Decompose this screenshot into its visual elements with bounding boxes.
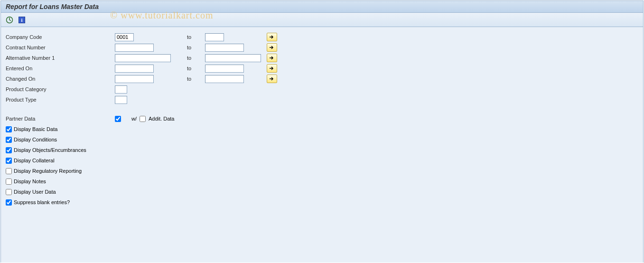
label-entered-on: Entered On	[5, 66, 115, 71]
alt-number-to-input[interactable]	[205, 54, 261, 62]
row-alt-number: Alternative Number 1 to	[5, 53, 639, 63]
row-company-code: Company Code to	[5, 32, 639, 42]
changed-on-from-input[interactable]	[115, 75, 154, 83]
addit-data-checkbox[interactable]	[140, 116, 146, 122]
w-label: w/	[131, 116, 137, 122]
product-type-input[interactable]	[115, 96, 127, 104]
row-product-category: Product Category	[5, 84, 639, 94]
row-contract-number: Contract Number to	[5, 42, 639, 53]
row-display-conditions: Display Conditions	[5, 134, 639, 145]
multiple-selection-button[interactable]	[267, 54, 277, 62]
display-objects-label: Display Objects/Encumbrances	[14, 147, 86, 153]
display-conditions-label: Display Conditions	[14, 137, 57, 142]
display-userdata-checkbox[interactable]	[6, 189, 12, 195]
suppress-blank-checkbox[interactable]	[6, 199, 12, 206]
row-display-collateral: Display Collateral	[5, 155, 639, 166]
info-icon[interactable]: i	[17, 15, 27, 25]
label-partner-data: Partner Data	[5, 116, 115, 122]
display-basic-checkbox[interactable]	[6, 126, 12, 132]
suppress-blank-label: Suppress blank entries?	[14, 199, 70, 205]
company-code-from-input[interactable]	[115, 33, 134, 41]
content-area: Company Code to Contract Number to Alter…	[1, 27, 643, 263]
display-objects-checkbox[interactable]	[6, 147, 12, 153]
to-label: to	[186, 76, 205, 82]
multiple-selection-button[interactable]	[267, 64, 277, 73]
changed-on-to-input[interactable]	[205, 75, 244, 83]
multiple-selection-button[interactable]	[267, 43, 277, 52]
row-suppress-blank: Suppress blank entries?	[5, 197, 639, 207]
row-display-objects: Display Objects/Encumbrances	[5, 145, 639, 155]
entered-on-to-input[interactable]	[205, 65, 244, 73]
contract-number-from-input[interactable]	[115, 44, 154, 52]
company-code-to-input[interactable]	[205, 33, 224, 41]
row-product-type: Product Type	[5, 94, 639, 105]
display-conditions-checkbox[interactable]	[6, 137, 12, 143]
row-display-regulatory: Display Regulatory Reporting	[5, 166, 639, 176]
execute-icon[interactable]	[5, 15, 14, 25]
to-label: to	[186, 45, 205, 50]
multiple-selection-button[interactable]	[267, 33, 277, 41]
to-label: to	[186, 66, 205, 71]
label-company-code: Company Code	[5, 34, 115, 40]
row-display-notes: Display Notes	[5, 176, 639, 187]
to-label: to	[186, 34, 205, 40]
addit-data-label: Addit. Data	[149, 116, 174, 122]
label-alt-number: Alternative Number 1	[5, 55, 115, 61]
label-product-type: Product Type	[5, 97, 115, 103]
display-regulatory-label: Display Regulatory Reporting	[14, 168, 82, 174]
display-basic-label: Display Basic Data	[14, 126, 57, 132]
partner-data-checkbox[interactable]	[115, 116, 121, 122]
display-collateral-label: Display Collateral	[14, 158, 55, 163]
label-contract-number: Contract Number	[5, 45, 115, 50]
svg-line-2	[9, 20, 11, 21]
row-entered-on: Entered On to	[5, 63, 639, 74]
row-changed-on: Changed On to	[5, 74, 639, 84]
row-display-basic: Display Basic Data	[5, 124, 639, 134]
toolbar: i © www.tutorialkart.com	[1, 13, 643, 27]
display-userdata-label: Display User Data	[14, 189, 56, 195]
page-title: Report for Loans Master Data	[1, 1, 643, 13]
to-label: to	[186, 55, 205, 61]
contract-number-to-input[interactable]	[205, 44, 244, 52]
display-notes-checkbox[interactable]	[6, 178, 12, 185]
multiple-selection-button[interactable]	[267, 75, 277, 83]
display-collateral-checkbox[interactable]	[6, 158, 12, 164]
product-category-input[interactable]	[115, 85, 127, 94]
label-changed-on: Changed On	[5, 76, 115, 82]
row-partner-data: Partner Data w/ Addit. Data	[5, 113, 639, 124]
row-display-userdata: Display User Data	[5, 187, 639, 197]
label-product-category: Product Category	[5, 86, 115, 92]
display-regulatory-checkbox[interactable]	[6, 168, 12, 174]
alt-number-from-input[interactable]	[115, 54, 171, 62]
display-notes-label: Display Notes	[14, 178, 46, 184]
entered-on-from-input[interactable]	[115, 65, 154, 73]
